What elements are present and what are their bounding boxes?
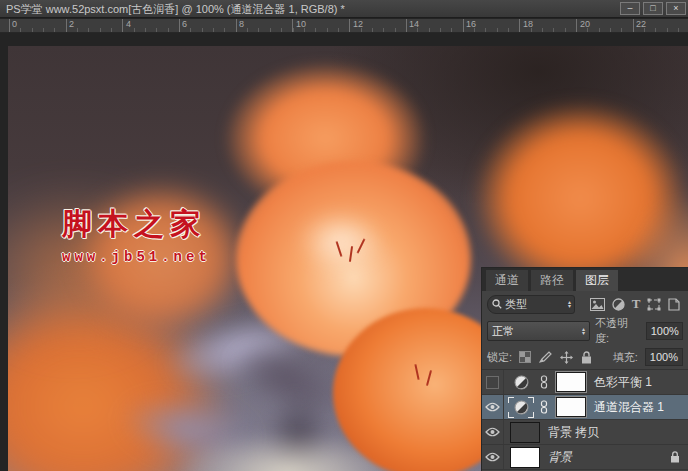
filter-shape-layers-icon[interactable] (647, 298, 661, 311)
lock-icons (519, 351, 592, 364)
eye-icon (485, 452, 500, 462)
lock-pixels-brush-icon[interactable] (539, 351, 552, 363)
filter-type-label: 类型 (505, 297, 565, 312)
ruler-label: 2 (69, 19, 74, 29)
layer-name[interactable]: 通道混合器 1 (594, 399, 664, 416)
watermark-url: www.jb51.net (62, 249, 211, 265)
layer-row-background[interactable]: 背景 (482, 445, 688, 470)
filter-type-dropdown[interactable]: 类型 ▴▾ (487, 295, 575, 314)
lock-position-icon[interactable] (560, 351, 573, 364)
lock-all-icon[interactable] (581, 351, 592, 364)
ruler-label: 20 (580, 19, 590, 29)
filter-icons: T (581, 296, 683, 312)
fill-value[interactable]: 100% (645, 348, 683, 366)
adjustment-thumbnail[interactable] (508, 372, 534, 393)
visibility-toggle[interactable] (482, 395, 504, 419)
ruler-label: 18 (523, 19, 533, 29)
panel-tab-bar: 通道 路径 图层 (482, 268, 688, 291)
visibility-toggle[interactable] (482, 420, 504, 444)
adjustment-thumbnail[interactable] (508, 397, 534, 418)
chevron-updown-icon: ▴▾ (582, 327, 585, 335)
eye-icon (485, 402, 500, 412)
layer-row-color-balance[interactable]: 色彩平衡 1 (482, 370, 688, 395)
search-icon (492, 299, 502, 309)
layer-row-background-copy[interactable]: 背景 拷贝 (482, 420, 688, 445)
ruler-label: 8 (239, 19, 244, 29)
ruler-label: 0 (12, 19, 17, 29)
ruler-label: 14 (409, 19, 419, 29)
lock-row: 锁定: 填充: 100% (482, 345, 688, 369)
lock-transparency-icon[interactable] (519, 351, 531, 363)
blend-mode-dropdown[interactable]: 正常 ▴▾ (487, 321, 590, 341)
layer-mask-thumbnail[interactable] (556, 397, 586, 417)
opacity-label: 不透明度: (595, 316, 641, 346)
layer-filter-row: 类型 ▴▾ T (482, 291, 688, 317)
maximize-button[interactable]: □ (643, 2, 663, 15)
filter-smart-object-icon[interactable] (668, 298, 680, 311)
layers-panel: 通道 路径 图层 类型 ▴▾ T (481, 267, 688, 471)
mask-link-icon[interactable] (540, 375, 548, 389)
layer-lock-icon (670, 451, 680, 463)
visibility-toggle[interactable] (482, 445, 504, 469)
ruler-label: 22 (636, 19, 646, 29)
adjustment-circle-icon (514, 375, 529, 390)
flower-highlight (298, 211, 383, 271)
horizontal-ruler: 0 2 4 6 8 10 12 14 16 18 20 22 (0, 19, 688, 33)
eye-hidden-box (486, 376, 499, 389)
blend-mode-value: 正常 (492, 324, 582, 339)
layer-image-thumbnail[interactable] (510, 447, 540, 468)
opacity-value[interactable]: 100% (646, 322, 683, 340)
ruler-label: 4 (126, 19, 131, 29)
minimize-button[interactable]: – (620, 2, 640, 15)
eye-icon (485, 427, 500, 437)
visibility-toggle[interactable] (482, 370, 504, 394)
ruler-label: 16 (466, 19, 476, 29)
chevron-updown-icon: ▴▾ (568, 300, 571, 308)
blend-mode-row: 正常 ▴▾ 不透明度: 100% (482, 317, 688, 345)
close-button[interactable]: × (666, 2, 686, 15)
window-title: PS学堂 www.52psxt.com[古色润香] @ 100% (通道混合器 … (6, 3, 345, 15)
window-titlebar: PS学堂 www.52psxt.com[古色润香] @ 100% (通道混合器 … (0, 0, 688, 18)
tab-layers[interactable]: 图层 (576, 270, 618, 291)
layer-name[interactable]: 色彩平衡 1 (594, 374, 652, 391)
ruler-label: 10 (296, 19, 306, 29)
filter-adjustment-layers-icon[interactable] (612, 298, 625, 311)
layer-name[interactable]: 背景 拷贝 (548, 424, 599, 441)
mask-link-icon[interactable] (540, 400, 548, 414)
layer-list: 色彩平衡 1 通道混合器 1 (482, 369, 688, 470)
lock-label: 锁定: (487, 350, 512, 365)
fill-label: 填充: (613, 350, 638, 365)
ruler-label: 12 (353, 19, 363, 29)
watermark: 脚本之家 www.jb51.net (62, 204, 211, 265)
adjustment-circle-icon (514, 400, 529, 415)
layer-image-thumbnail[interactable] (510, 422, 540, 443)
ruler-label: 6 (182, 19, 187, 29)
watermark-title: 脚本之家 (62, 204, 211, 245)
layer-row-channel-mixer[interactable]: 通道混合器 1 (482, 395, 688, 420)
window-controls: – □ × (620, 2, 686, 15)
layer-mask-thumbnail[interactable] (556, 372, 586, 392)
filter-pixel-layers-icon[interactable] (590, 298, 605, 311)
layer-name[interactable]: 背景 (548, 449, 572, 466)
tab-paths[interactable]: 路径 (531, 270, 573, 291)
filter-type-layers-icon[interactable]: T (632, 296, 641, 312)
tab-channels[interactable]: 通道 (486, 270, 528, 291)
